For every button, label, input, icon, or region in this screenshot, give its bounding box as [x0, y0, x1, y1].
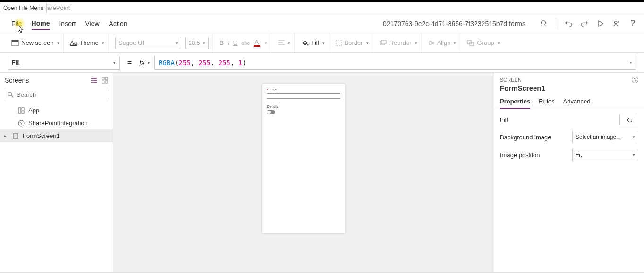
italic-button[interactable]: I: [228, 39, 229, 46]
formula-input[interactable]: RGBA(255, 255, 255, 1) ▾: [154, 56, 636, 70]
menu-view[interactable]: View: [85, 18, 99, 29]
reorder-label: Reorder: [390, 39, 412, 46]
prop-pos-label: Image position: [500, 152, 540, 159]
prop-bg-label: Background image: [500, 134, 551, 141]
redo-icon[interactable]: [581, 20, 588, 27]
menu-insert[interactable]: Insert: [59, 18, 76, 29]
formula-text: RGBA(255, 255, 255, 1): [159, 59, 246, 67]
undo-icon[interactable]: [565, 20, 572, 27]
toolbar: New screen ▾ Aa Theme ▾ Segoe UI ▾ 10.5 …: [0, 33, 644, 53]
svg-rect-2: [12, 40, 18, 42]
svg-rect-28: [22, 108, 24, 110]
prop-img-position: Image position Fit ▾: [500, 149, 638, 161]
screen-icon: [12, 133, 19, 139]
new-screen-button[interactable]: New screen ▾: [11, 39, 59, 46]
chevron-down-icon: ▾: [113, 60, 116, 65]
play-icon[interactable]: [597, 20, 604, 27]
tab-properties[interactable]: Properties: [500, 95, 530, 109]
svg-rect-22: [105, 77, 108, 80]
group-button[interactable]: Group ▾: [467, 39, 500, 46]
svg-rect-27: [18, 108, 21, 113]
tree-item-app[interactable]: App: [0, 104, 113, 117]
chevron-down-icon[interactable]: ▾: [630, 60, 632, 65]
title-input[interactable]: [267, 93, 340, 99]
svg-rect-21: [102, 77, 104, 80]
font-value: Segoe UI: [119, 39, 144, 46]
tree-label: SharePointIntegration: [28, 120, 88, 127]
main-area: Screens App ? SharePoi: [0, 73, 644, 272]
divider: [556, 18, 556, 29]
list-view-icon[interactable]: [91, 77, 98, 84]
search-box[interactable]: [4, 88, 109, 101]
prop-bg-image: Background image Select an image... ▾: [500, 131, 638, 143]
strike-button[interactable]: abc: [241, 40, 250, 46]
svg-point-6: [307, 44, 308, 45]
svg-rect-32: [13, 134, 18, 138]
breadcrumb[interactable]: arePoint: [0, 2, 644, 14]
chevron-down-icon: ▾: [415, 41, 417, 45]
chevron-down-icon: ▾: [203, 41, 205, 45]
section-label: Screen: [500, 77, 522, 83]
fx-button[interactable]: fx ▾: [139, 59, 150, 67]
share-icon[interactable]: [613, 20, 620, 27]
form-canvas[interactable]: * Title Details: [262, 84, 345, 233]
app-icon: [18, 107, 25, 114]
tab-advanced[interactable]: Advanced: [563, 95, 591, 109]
font-size-select[interactable]: 10.5 ▾: [185, 37, 209, 49]
font-select[interactable]: Segoe UI ▾: [115, 37, 181, 49]
grid-view-icon[interactable]: [102, 77, 108, 84]
paint-icon: [626, 116, 632, 123]
align-text-button[interactable]: ▾: [278, 40, 290, 46]
chevron-down-icon: ▾: [322, 41, 325, 45]
tree-item-sharepoint[interactable]: ? SharePointIntegration: [0, 117, 113, 129]
chevron-down-icon: ▾: [633, 135, 635, 139]
tab-rules[interactable]: Rules: [539, 95, 554, 109]
menu-home[interactable]: Home: [32, 17, 50, 30]
prop-fill-label: Fill: [500, 116, 508, 123]
details-toggle[interactable]: [267, 110, 275, 114]
svg-point-19: [91, 80, 92, 81]
svg-rect-24: [105, 81, 108, 83]
underline-button[interactable]: U: [233, 39, 237, 46]
border-button[interactable]: Border ▾: [336, 39, 369, 46]
breadcrumb-text: arePoint: [47, 4, 70, 11]
theme-button[interactable]: Aa Theme ▾: [70, 39, 104, 46]
align-button[interactable]: Align ▾: [428, 39, 457, 46]
help-icon[interactable]: ?: [632, 77, 638, 83]
theme-label: Theme: [79, 39, 98, 46]
chevron-down-icon: ▾: [366, 41, 369, 45]
img-position-select[interactable]: Fit ▾: [572, 149, 638, 161]
svg-rect-9: [381, 40, 386, 44]
property-select[interactable]: Fill ▾: [8, 56, 120, 70]
reorder-button[interactable]: Reorder ▾: [380, 39, 417, 46]
tree-label: FormScreen1: [23, 132, 60, 139]
svg-point-33: [631, 121, 632, 122]
menu-action[interactable]: Action: [109, 18, 127, 29]
align-label: Align: [437, 39, 451, 46]
chevron-down-icon: ▾: [265, 41, 267, 45]
border-label: Border: [345, 39, 363, 46]
border-icon: [336, 40, 342, 46]
help-icon[interactable]: ?: [629, 20, 636, 27]
equals-sign: =: [125, 59, 135, 67]
chevron-down-icon: ▾: [633, 153, 635, 157]
bold-button[interactable]: B: [220, 39, 224, 46]
search-input[interactable]: [17, 91, 106, 98]
font-color-button[interactable]: A: [254, 39, 260, 47]
tree-item-formscreen[interactable]: ▸ FormScreen1: [0, 129, 113, 142]
chevron-down-icon: ▾: [102, 41, 104, 45]
fill-button[interactable]: Fill ▾: [301, 39, 325, 47]
expand-icon[interactable]: ▸: [4, 133, 8, 138]
component-name: FormScreen1: [494, 84, 644, 95]
menu-file[interactable]: File: [11, 18, 22, 29]
chevron-down-icon: ▾: [498, 41, 500, 45]
bg-image-select[interactable]: Select an image... ▾: [572, 131, 638, 143]
group-label: Group: [477, 39, 494, 46]
app-checker-icon[interactable]: [540, 20, 547, 27]
fill-color-picker[interactable]: [619, 114, 638, 125]
canvas-area[interactable]: * Title Details: [113, 73, 494, 272]
properties-panel: Screen ? FormScreen1 Properties Rules Ad…: [494, 73, 644, 272]
svg-point-20: [91, 82, 92, 83]
status-bar: FormScreen1 − + 40 %: [0, 272, 644, 274]
svg-rect-7: [336, 40, 342, 46]
